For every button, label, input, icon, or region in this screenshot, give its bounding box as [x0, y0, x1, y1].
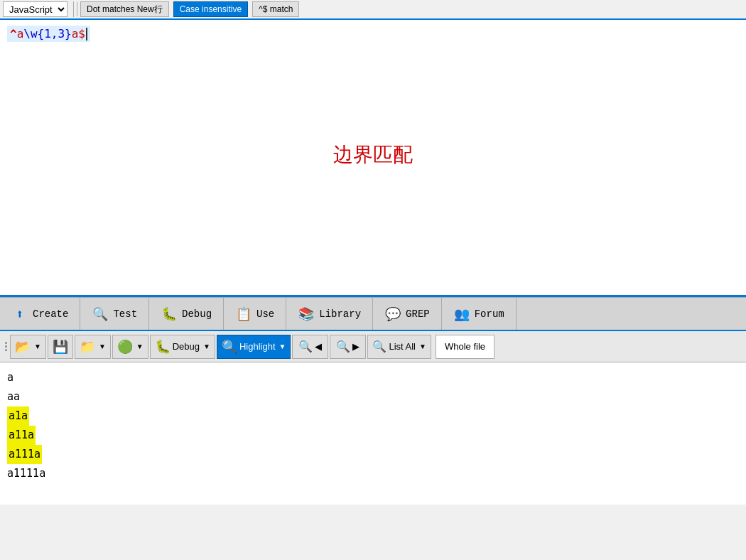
regex-input[interactable]: ^a\w{1,3}a$: [7, 26, 90, 42]
case-insensitive-btn[interactable]: Case insensitive: [173, 1, 248, 17]
zoom-out-icon: 🔍: [298, 340, 313, 353]
grep-icon: 💬: [384, 306, 401, 323]
options-section: Dot matches New行 Case insensitive ^$ mat…: [80, 1, 299, 17]
highlight-btn[interactable]: 🔍 Highlight ▼: [217, 335, 291, 359]
tab-use-label: Use: [256, 308, 274, 320]
regex-a-start: a: [17, 27, 24, 41]
language-select[interactable]: JavaScript: [3, 1, 67, 17]
list-icon: 🔍: [372, 340, 386, 353]
test-icon: 🔍: [92, 306, 109, 323]
zoom-in-btn[interactable]: 🔍 ▶: [330, 335, 366, 359]
list-item: a111a: [7, 445, 739, 464]
tab-forum[interactable]: 👥 Forum: [442, 298, 517, 330]
tab-forum-label: Forum: [475, 308, 504, 320]
tab-use[interactable]: 📋 Use: [224, 298, 286, 330]
debug-label: Debug: [173, 341, 200, 352]
dot-matches-btn[interactable]: Dot matches New行: [80, 1, 169, 17]
green-arrow: ▼: [136, 343, 144, 350]
list-all-arrow: ▼: [419, 343, 426, 350]
tab-test[interactable]: 🔍 Test: [80, 298, 149, 330]
list-item: aa: [7, 387, 739, 406]
list-item: a: [7, 368, 739, 387]
debug-icon: 🐛: [161, 306, 178, 323]
tab-create-label: Create: [33, 308, 68, 320]
highlight-label: Highlight: [239, 341, 276, 352]
separator: [77, 2, 77, 16]
tab-grep[interactable]: 💬 GREP: [373, 298, 442, 330]
tab-test-label: Test: [113, 308, 137, 320]
whole-file-btn[interactable]: Whole file: [436, 335, 494, 359]
save-icon: 💾: [53, 339, 68, 355]
tab-create[interactable]: ⬆ Create: [0, 298, 80, 330]
list-all-label: List All: [389, 341, 416, 352]
regex-caret: ^: [10, 27, 17, 41]
library-icon: 📚: [298, 306, 315, 323]
save-btn[interactable]: 💾: [48, 335, 73, 359]
folder-arrow: ▼: [99, 343, 106, 350]
debug-btn[interactable]: 🐛 Debug ▼: [150, 335, 215, 359]
match-highlight: a11a: [7, 426, 36, 445]
folder-icon: 📁: [80, 339, 95, 355]
handle-left: [3, 333, 9, 361]
caret-dollar-btn[interactable]: ^$ match: [252, 1, 299, 17]
folder-btn[interactable]: 📁 ▼: [75, 335, 111, 359]
list-item: a1111a: [7, 464, 739, 483]
top-toolbar: JavaScript Dot matches New行 Case insensi…: [0, 0, 746, 20]
highlight-icon: 🔍: [222, 339, 237, 355]
open-arrow: ▼: [34, 343, 41, 350]
debug-arrow: ▼: [203, 343, 210, 350]
highlight-arrow: ▼: [279, 343, 286, 350]
tab-bar: ⬆ Create 🔍 Test 🐛 Debug 📋 Use 📚 Library …: [0, 297, 746, 331]
left-arrow: ◀: [315, 341, 322, 352]
match-highlight: a1a: [7, 406, 29, 426]
green-btn[interactable]: 🟢 ▼: [112, 335, 148, 359]
debug-icon: 🐛: [155, 339, 171, 355]
tab-debug-label: Debug: [182, 308, 212, 320]
list-item: a1a: [7, 406, 739, 426]
regex-quantifier: \w{1,3}: [23, 27, 71, 41]
tab-grep-label: GREP: [406, 308, 430, 320]
regex-a-end: a$: [72, 27, 85, 41]
secondary-toolbar: 📂 ▼ 💾 📁 ▼ 🟢 ▼ 🐛 Debug ▼ 🔍 Highlight ▼ 🔍 …: [0, 331, 746, 362]
use-icon: 📋: [235, 306, 252, 323]
tab-debug[interactable]: 🐛 Debug: [149, 298, 224, 330]
list-item: a11a: [7, 426, 739, 445]
list-all-btn[interactable]: 🔍 List All ▼: [367, 335, 431, 359]
tab-library-label: Library: [319, 308, 361, 320]
center-label: 边界匹配: [333, 141, 413, 168]
green-icon: 🟢: [117, 339, 133, 355]
tab-library[interactable]: 📚 Library: [286, 298, 373, 330]
forum-icon: 👥: [453, 306, 470, 323]
cursor: [86, 28, 87, 41]
language-section: JavaScript: [3, 1, 74, 17]
right-arrow: ▶: [352, 341, 360, 352]
open-btn[interactable]: 📂 ▼: [10, 335, 46, 359]
zoom-out-btn[interactable]: 🔍 ◀: [292, 335, 328, 359]
open-icon: 📂: [15, 339, 31, 355]
zoom-in-icon: 🔍: [336, 340, 350, 353]
whole-file-label: Whole file: [445, 341, 485, 352]
create-icon: ⬆: [11, 306, 28, 323]
match-highlight: a111a: [7, 445, 42, 464]
content-area: a aa a1a a11a a111a a1111a: [0, 362, 746, 505]
regex-area: ^a\w{1,3}a$ 边界匹配: [0, 20, 746, 297]
